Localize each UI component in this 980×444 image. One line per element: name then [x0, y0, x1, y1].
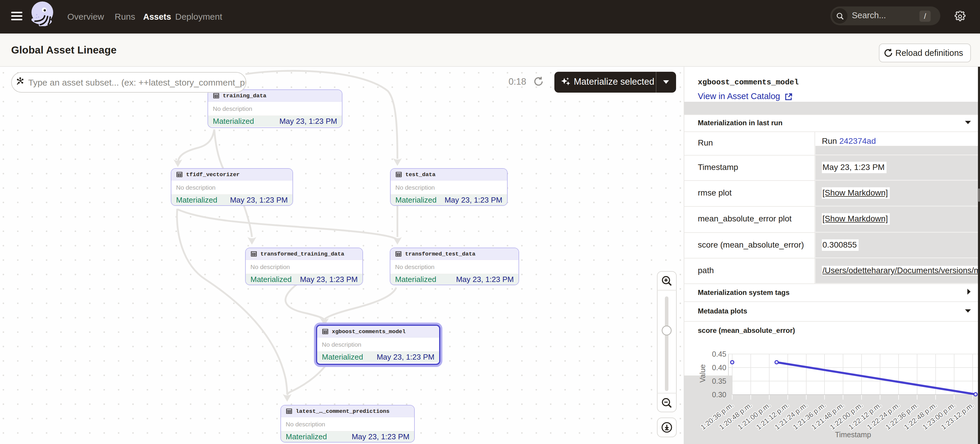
svg-text:0.40: 0.40 [712, 363, 726, 372]
svg-text:0.30: 0.30 [712, 390, 726, 399]
svg-text:0.45: 0.45 [712, 350, 726, 358]
svg-text:Value: Value [698, 364, 706, 382]
svg-text:0.35: 0.35 [712, 377, 726, 385]
svg-text:Timestamp: Timestamp [835, 430, 871, 439]
